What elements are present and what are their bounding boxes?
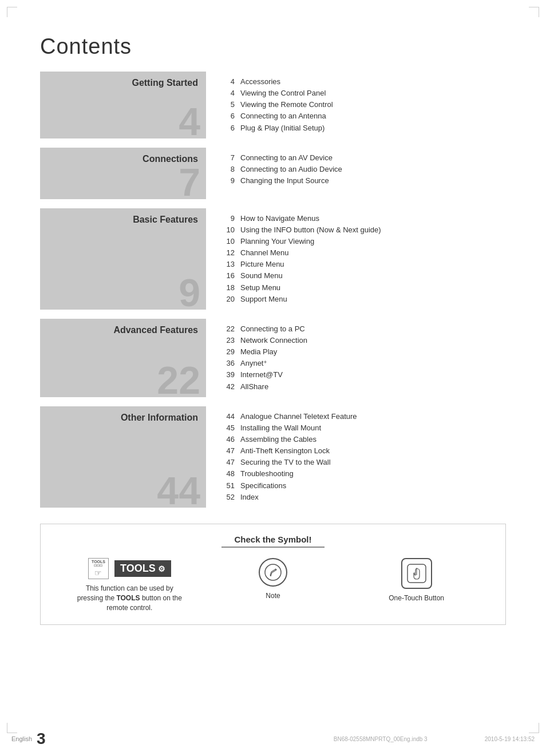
one-touch-icon-area xyxy=(401,558,432,589)
section-number-advanced-features: 22 xyxy=(157,361,200,399)
toc-entry-page: 7 xyxy=(219,152,235,164)
note-caption: Note xyxy=(266,591,280,601)
toc-label-other-information: Other Information44 xyxy=(40,406,206,508)
tools-caption: This function can be used bypressing the… xyxy=(77,584,182,612)
toc-entry: 42AllShare xyxy=(219,381,307,393)
tools-small-remote-icon: TOOLS ⊡⊡⊡ ☞ xyxy=(88,558,109,580)
section-number-basic-features: 9 xyxy=(179,273,200,312)
toc-entry-text: Connecting to an AV Device xyxy=(240,152,333,164)
toc-section-advanced-features: Advanced Features2222Connecting to a PC2… xyxy=(40,319,506,397)
toc-entry-text: Connecting to a PC xyxy=(240,323,305,335)
tools-big-label: TOOLS ⚙ xyxy=(114,560,171,577)
toc-entry: 23Network Connection xyxy=(219,335,307,346)
toc-entry: 52Index xyxy=(219,492,357,503)
toc-entry-text: Securing the TV to the Wall xyxy=(240,457,331,468)
toc-entries-connections: 7Connecting to an AV Device8Connecting t… xyxy=(206,148,342,199)
toc-entry: 18Setup Menu xyxy=(219,282,381,294)
toc-entry-page: 22 xyxy=(219,323,235,335)
toc-entry: 45Installing the Wall Mount xyxy=(219,422,357,434)
toc-section-basic-features: Basic Features99How to Navigate Menus10U… xyxy=(40,208,506,310)
page-number-area: English 3 xyxy=(11,730,46,748)
toc-entry: 47Securing the TV to the Wall xyxy=(219,457,357,468)
toc-entry-page: 4 xyxy=(219,88,235,99)
toc-label-advanced-features: Advanced Features22 xyxy=(40,319,206,397)
toc-entry: 29Media Play xyxy=(219,346,307,358)
toc-entry: 46Assembling the Cables xyxy=(219,434,357,445)
toc-entry-text: Support Menu xyxy=(240,294,287,305)
toc-entry: 51Specifications xyxy=(219,480,357,492)
toc-entry-page: 20 xyxy=(219,294,235,305)
tools-symbol-item: TOOLS ⊡⊡⊡ ☞ TOOLS ⚙ This function can be… xyxy=(66,558,192,613)
language-label: English xyxy=(11,735,32,742)
toc-entry: 10Planning Your Viewing xyxy=(219,236,381,247)
toc-label-getting-started: Getting Started4 xyxy=(40,72,206,138)
section-title-basic-features: Basic Features xyxy=(133,214,198,226)
toc-entry: 12Channel Menu xyxy=(219,247,381,259)
toc-entry-text: Changing the Input Source xyxy=(240,175,329,187)
toc-entry-text: Sound Menu xyxy=(240,270,283,282)
symbol-box-title: Check the Symbol! xyxy=(58,535,488,548)
toc-entry-page: 4 xyxy=(219,76,235,88)
toc-entry-page: 46 xyxy=(219,434,235,445)
section-number-connections: 7 xyxy=(179,163,200,201)
toc-section-getting-started: Getting Started44Accessories4Viewing the… xyxy=(40,72,506,138)
symbol-box: Check the Symbol! TOOLS ⊡⊡⊡ ☞ TOOLS ⚙ Th… xyxy=(40,524,506,625)
toc-entry: 16Sound Menu xyxy=(219,270,381,282)
toc-entry-page: 10 xyxy=(219,236,235,247)
toc-container: Getting Started44Accessories4Viewing the… xyxy=(40,72,506,508)
toc-entry-page: 5 xyxy=(219,99,235,110)
toc-entry-text: Specifications xyxy=(240,480,286,492)
toc-entry-text: Media Play xyxy=(240,346,277,358)
toc-entry-page: 47 xyxy=(219,445,235,457)
toc-entry-text: Index xyxy=(240,492,259,503)
toc-entry-page: 48 xyxy=(219,468,235,480)
toc-entry: 6Plug & Play (Initial Setup) xyxy=(219,122,333,134)
note-symbol-item: Note xyxy=(210,558,336,601)
bottom-right-info: BN68-02558MNPRTQ_00Eng.indb 3 2010-5-19 … xyxy=(334,736,535,742)
toc-entry-page: 6 xyxy=(219,122,235,134)
section-number-other-information: 44 xyxy=(157,471,200,510)
toc-entry: 48Troubleshooting xyxy=(219,468,357,480)
section-title-other-information: Other Information xyxy=(121,412,198,424)
symbol-items: TOOLS ⊡⊡⊡ ☞ TOOLS ⚙ This function can be… xyxy=(58,558,488,613)
toc-entry: 8Connecting to an Audio Device xyxy=(219,164,342,175)
page-number: 3 xyxy=(37,730,46,748)
toc-entries-basic-features: 9How to Navigate Menus10Using the INFO b… xyxy=(206,208,381,310)
toc-entry-page: 23 xyxy=(219,335,235,346)
toc-entry-text: Connecting to an Antenna xyxy=(240,110,326,122)
toc-entry-page: 9 xyxy=(219,175,235,187)
toc-entry-text: Assembling the Cables xyxy=(240,434,316,445)
toc-entry: 7Connecting to an AV Device xyxy=(219,152,342,164)
one-touch-symbol-item: One-Touch Button xyxy=(354,558,480,603)
toc-entry-text: How to Navigate Menus xyxy=(240,213,319,224)
corner-mark-tr xyxy=(529,7,539,17)
toc-entry-page: 10 xyxy=(219,224,235,236)
toc-entry-page: 36 xyxy=(219,358,235,369)
toc-entry-text: Internet@TV xyxy=(240,369,283,381)
toc-entry-text: Viewing the Remote Control xyxy=(240,99,333,110)
note-icon-area xyxy=(259,558,287,587)
toc-entry-page: 51 xyxy=(219,480,235,492)
toc-entry-page: 6 xyxy=(219,110,235,122)
bottom-right-text: 2010-5-19 14:13:52 xyxy=(485,736,535,742)
toc-entry-text: Network Connection xyxy=(240,335,307,346)
toc-entry-text: Analogue Channel Teletext Feature xyxy=(240,411,357,422)
toc-entry-page: 9 xyxy=(219,213,235,224)
toc-entry: 9How to Navigate Menus xyxy=(219,213,381,224)
toc-entries-advanced-features: 22Connecting to a PC23Network Connection… xyxy=(206,319,307,397)
toc-label-basic-features: Basic Features9 xyxy=(40,208,206,310)
toc-entry-text: Accessories xyxy=(240,76,280,88)
one-touch-icon xyxy=(401,558,432,589)
toc-entry-text: Connecting to an Audio Device xyxy=(240,164,342,175)
toc-entry-page: 45 xyxy=(219,422,235,434)
toc-entry-text: Channel Menu xyxy=(240,247,289,259)
toc-entry-page: 47 xyxy=(219,457,235,468)
toc-entry: 6Connecting to an Antenna xyxy=(219,110,333,122)
toc-entry-text: Installing the Wall Mount xyxy=(240,422,321,434)
toc-entry-text: Anynet⁺ xyxy=(240,358,267,369)
toc-entry-text: AllShare xyxy=(240,381,268,393)
toc-entry: 5Viewing the Remote Control xyxy=(219,99,333,110)
bottom-left-text: BN68-02558MNPRTQ_00Eng.indb 3 xyxy=(334,736,428,742)
toc-entry-text: Using the INFO button (Now & Next guide) xyxy=(240,224,381,236)
toc-entry: 4Accessories xyxy=(219,76,333,88)
